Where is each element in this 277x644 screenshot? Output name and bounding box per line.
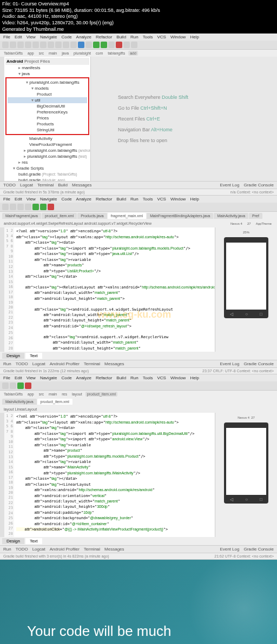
menu-tools[interactable]: Tools — [143, 35, 153, 39]
tab-run[interactable]: Run — [3, 361, 11, 366]
undo-icon[interactable] — [17, 204, 24, 210]
menu-refactor[interactable]: Refactor — [96, 197, 112, 202]
tree-mode-dropdown[interactable]: Project Files — [24, 59, 50, 64]
menu-analyze[interactable]: Analyze — [76, 375, 91, 380]
tab-todo[interactable]: TODO — [3, 183, 16, 187]
tree-item[interactable]: Gradle Scripts — [5, 165, 89, 171]
paste-icon[interactable] — [55, 42, 62, 48]
crumb-main[interactable]: main — [47, 51, 58, 56]
crumb3-3[interactable]: main — [47, 392, 58, 397]
menu-navigate[interactable]: Navigate — [40, 375, 57, 380]
sync-icon[interactable] — [17, 42, 24, 48]
tab-terminal[interactable]: Terminal — [84, 547, 100, 552]
open-icon[interactable] — [2, 204, 9, 210]
menu-navigate[interactable]: Navigate — [40, 197, 57, 202]
crumb3-1[interactable]: app — [26, 392, 36, 397]
tab-build[interactable]: Build — [58, 183, 68, 187]
etab3-1[interactable]: product_item.xml — [37, 399, 72, 405]
copy-icon[interactable] — [48, 42, 54, 48]
tree-item[interactable]: res — [5, 159, 89, 165]
open-icon[interactable] — [2, 383, 9, 389]
etab3-0[interactable]: MainActivity.java — [2, 399, 37, 405]
design-tab-3[interactable]: Design — [2, 538, 24, 544]
menu-code[interactable]: Code — [61, 197, 71, 202]
menu-run[interactable]: Run — [130, 35, 138, 39]
menu-file[interactable]: File — [3, 375, 10, 380]
tab-terminal[interactable]: Terminal — [84, 361, 100, 366]
tab-terminal[interactable]: Terminal — [37, 183, 54, 187]
menu-vcs[interactable]: VCS — [157, 35, 166, 39]
crumb3-0[interactable]: TabianGifts — [2, 392, 24, 397]
menu-view[interactable]: View — [27, 375, 36, 380]
menu-refactor[interactable]: Refactor — [96, 375, 112, 380]
link-event-log[interactable]: Event Log — [220, 361, 239, 366]
code-content[interactable]: <?xml attr">version="1.0" attr">encoding… — [14, 227, 215, 352]
link-gradle-console[interactable]: Gradle Console — [243, 547, 274, 552]
crumb-pkg1[interactable]: pluralsight — [72, 51, 93, 56]
tree-item[interactable]: models — [8, 85, 87, 91]
code-crumb-text-3[interactable]: layout LinearLayout — [2, 407, 38, 412]
save-icon[interactable] — [10, 204, 16, 210]
preview-zoom-2[interactable]: Nexus 4 27 — [236, 415, 256, 420]
tab-messages[interactable]: Messages — [72, 183, 91, 187]
menu-analyze[interactable]: Analyze — [76, 197, 91, 202]
code-editor-1[interactable]: 1 2 3 4 5 6 7 8 9 10 11 12 13 14 15 16 1… — [4, 227, 215, 352]
cut-icon[interactable] — [40, 42, 47, 48]
tree-header[interactable]: Android Project Files — [5, 58, 89, 65]
etab-0[interactable]: MainFragment.java — [2, 213, 41, 219]
menu-build[interactable]: Build — [116, 375, 126, 380]
tab-todo[interactable]: TODO — [16, 361, 28, 366]
tree-item[interactable]: manifests — [5, 65, 89, 71]
api-selector[interactable]: 27 — [246, 222, 253, 226]
tab-profiler[interactable]: Android Profiler — [50, 361, 80, 366]
menu-edit[interactable]: Edit — [15, 375, 22, 380]
menu-view[interactable]: View — [27, 197, 36, 202]
code-crumb-text[interactable]: android.support.v4.widget.SwipeRefreshLa… — [2, 221, 153, 226]
crumb3-4[interactable]: res — [60, 392, 69, 397]
crumb-pkg3[interactable]: tabiangifts — [106, 51, 127, 56]
tree-item[interactable]: util — [8, 97, 87, 103]
build-icon[interactable] — [78, 42, 84, 48]
menu-window[interactable]: Window — [170, 35, 186, 39]
tree-item[interactable]: Prices — [8, 115, 87, 121]
etab-6[interactable]: Pref — [249, 213, 262, 219]
tree-item[interactable]: build.gradle (Module: app) — [5, 177, 89, 181]
etab-1[interactable]: product_item.xml — [42, 213, 77, 219]
tree-item[interactable]: ViewProductFragment — [5, 142, 89, 147]
crumb3-5[interactable]: layout — [70, 392, 84, 397]
tab-messages[interactable]: Messages — [104, 361, 124, 366]
menu-file[interactable]: File — [3, 35, 10, 39]
menu-vcs[interactable]: VCS — [157, 197, 166, 202]
tree-item[interactable]: build.gradle (Project: TabianGifts) — [5, 171, 89, 177]
run-icon[interactable] — [32, 204, 39, 210]
tree-item[interactable]: BigDecimalUtil — [8, 103, 87, 109]
tree-mode-android[interactable]: Android — [6, 59, 23, 64]
stop-icon[interactable] — [116, 42, 122, 48]
tree-item[interactable]: java — [5, 71, 89, 77]
debug-icon[interactable] — [40, 204, 47, 210]
menu-code[interactable]: Code — [61, 375, 71, 380]
run-config-icon[interactable] — [85, 42, 92, 48]
menu-edit[interactable]: Edit — [15, 35, 22, 39]
tab-logcat[interactable]: Logcat — [32, 361, 45, 366]
save-icon[interactable] — [10, 383, 16, 389]
preview-zoom[interactable]: 25% — [242, 230, 250, 235]
save-icon[interactable] — [10, 42, 16, 48]
etab-3[interactable]: fragment_main.xml — [108, 213, 147, 219]
crumb-project[interactable]: TabianGifts — [2, 51, 24, 56]
menu-code[interactable]: Code — [61, 35, 71, 39]
tab-profiler[interactable]: Android Profiler — [50, 547, 80, 552]
undo-icon[interactable] — [25, 42, 31, 48]
link-event-log[interactable]: Event Log — [220, 183, 239, 187]
device-frame[interactable]: ◁ ○ □ — [224, 237, 268, 318]
text-tab-3[interactable]: Text — [25, 538, 42, 544]
tab-run[interactable]: Run — [3, 547, 11, 552]
tab-messages[interactable]: Messages — [104, 547, 124, 552]
stop-icon[interactable] — [25, 383, 31, 389]
menu-refactor[interactable]: Refactor — [96, 35, 112, 39]
menu-view[interactable]: View — [27, 35, 36, 39]
redo-icon[interactable] — [25, 204, 31, 210]
menu-run[interactable]: Run — [130, 375, 138, 380]
crumb-pkg2[interactable]: com — [94, 51, 104, 56]
tree-item[interactable]: pluralsight.com.tabiangifts (test) — [5, 153, 89, 159]
